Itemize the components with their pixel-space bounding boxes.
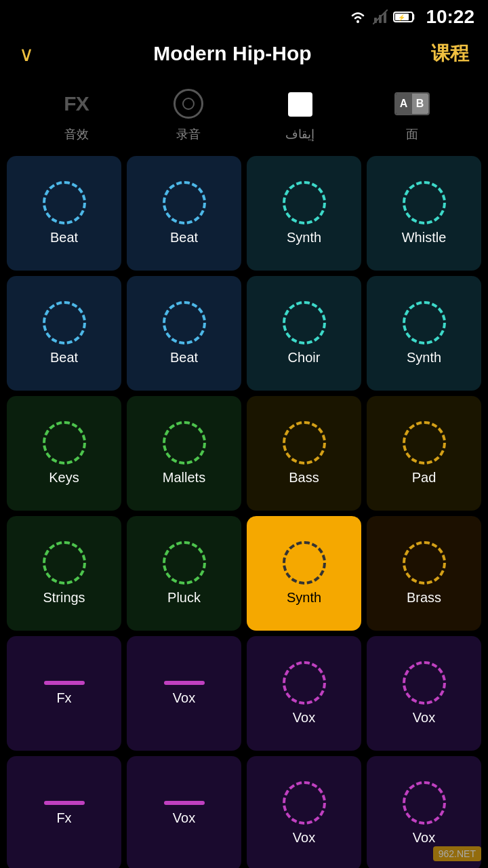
pad-r2c2[interactable]: Beat — [127, 276, 241, 391]
fx-icon-box: FX — [58, 85, 95, 122]
record-icon — [174, 89, 203, 119]
pad-icon-r2c3 — [283, 301, 326, 344]
pad-icon-r1c4 — [403, 181, 446, 224]
toolbar-record[interactable]: 录音 — [170, 85, 207, 142]
toolbar: FX 音效 录音 إيقاف A B 面 — [0, 79, 488, 156]
pad-icon-r2c4 — [403, 301, 446, 344]
pad-r1c1[interactable]: Beat — [7, 156, 121, 271]
pad-label-r5c4: Vox — [413, 710, 435, 726]
signal-icon — [373, 9, 388, 24]
pad-r1c2[interactable]: Beat — [127, 156, 241, 271]
pad-label-r6c2: Vox — [173, 810, 195, 826]
pad-icon-r5c4 — [403, 661, 446, 705]
stop-icon — [288, 92, 312, 117]
pad-r5c3[interactable]: Vox — [247, 636, 361, 751]
svg-point-0 — [357, 20, 359, 23]
pad-label-r4c1: Strings — [43, 590, 85, 606]
pad-icon-r6c2 — [164, 801, 205, 805]
pad-label-r2c3: Choir — [288, 350, 321, 366]
svg-text:⚡: ⚡ — [398, 14, 406, 22]
toolbar-fx[interactable]: FX 音效 — [58, 85, 95, 142]
pad-label-r4c2: Pluck — [167, 590, 201, 606]
pad-icon-r5c1 — [44, 681, 85, 685]
pad-icon-r3c2 — [163, 421, 206, 465]
pad-r4c3[interactable]: Synth — [247, 516, 361, 631]
pad-icon-r3c4 — [403, 421, 446, 465]
pad-r3c3[interactable]: Bass — [247, 396, 361, 511]
pad-r5c1[interactable]: Fx — [7, 636, 121, 751]
battery-icon: ⚡ — [393, 11, 416, 23]
pad-icon-r5c3 — [283, 661, 326, 705]
pad-icon-r4c2 — [163, 541, 206, 585]
pad-icon-r2c1 — [43, 301, 86, 344]
ab-label: 面 — [406, 126, 418, 142]
toolbar-stop[interactable]: إيقاف — [282, 86, 319, 142]
pad-icon-r3c1 — [43, 421, 86, 465]
pad-label-r5c3: Vox — [293, 710, 315, 726]
pad-icon-r3c3 — [283, 421, 326, 465]
wifi-icon — [348, 10, 367, 24]
record-icon-box — [170, 85, 207, 122]
pad-grid: BeatBeatSynthWhistleBeatBeatChoirSynthKe… — [0, 156, 488, 868]
pad-r5c2[interactable]: Vox — [127, 636, 241, 751]
pad-label-r1c3: Synth — [287, 230, 321, 245]
pad-label-r1c4: Whistle — [402, 230, 447, 245]
pad-icon-r6c1 — [44, 801, 85, 805]
pad-icon-r5c2 — [164, 681, 205, 685]
header: ∨ Modern Hip-Hop 课程 — [0, 34, 488, 79]
pad-label-r2c2: Beat — [170, 350, 198, 366]
pad-label-r6c4: Vox — [413, 830, 435, 846]
pad-r2c3[interactable]: Choir — [247, 276, 361, 391]
pad-icon-r2c2 — [163, 301, 206, 344]
pad-r3c4[interactable]: Pad — [367, 396, 481, 511]
pad-r6c1[interactable]: Fx — [7, 756, 121, 868]
pad-r5c4[interactable]: Vox — [367, 636, 481, 751]
ab-icon-box: A B — [394, 85, 430, 122]
pad-label-r3c2: Mallets — [163, 470, 205, 486]
pad-r3c1[interactable]: Keys — [7, 396, 121, 511]
fx-icon: FX — [64, 92, 88, 115]
pad-label-r4c3: Synth — [287, 590, 321, 606]
pad-r4c4[interactable]: Brass — [367, 516, 481, 631]
pad-label-r5c2: Vox — [173, 690, 195, 706]
pad-label-r1c1: Beat — [50, 230, 78, 245]
pad-label-r5c1: Fx — [56, 690, 71, 706]
stop-label: إيقاف — [285, 127, 314, 142]
ab-a: A — [396, 94, 412, 114]
watermark: 962.NET — [433, 846, 481, 861]
pad-label-r3c3: Bass — [289, 470, 319, 486]
pad-r6c2[interactable]: Vox — [127, 756, 241, 868]
back-button[interactable]: ∨ — [19, 42, 34, 66]
header-title: Modern Hip-Hop — [153, 42, 311, 65]
pad-label-r4c4: Brass — [407, 590, 441, 606]
pad-label-r6c3: Vox — [293, 830, 315, 846]
status-bar: ⚡ 10:22 — [0, 0, 488, 34]
pad-icon-r4c3 — [283, 541, 326, 585]
pad-icon-r4c1 — [43, 541, 86, 585]
pad-icon-r1c1 — [43, 181, 86, 224]
pad-icon-r4c4 — [403, 541, 446, 585]
pad-label-r1c2: Beat — [170, 230, 198, 245]
time-display: 10:22 — [426, 6, 474, 28]
toolbar-ab[interactable]: A B 面 — [394, 85, 430, 142]
pad-r4c2[interactable]: Pluck — [127, 516, 241, 631]
course-button[interactable]: 课程 — [431, 41, 469, 66]
pad-r6c3[interactable]: Vox — [247, 756, 361, 868]
pad-r1c3[interactable]: Synth — [247, 156, 361, 271]
stop-icon-box — [282, 86, 319, 123]
record-label: 录音 — [176, 126, 201, 142]
pad-label-r2c4: Synth — [407, 350, 441, 366]
fx-label: 音效 — [64, 126, 89, 142]
ab-b: B — [412, 94, 428, 114]
pad-icon-r6c3 — [283, 781, 326, 825]
pad-r3c2[interactable]: Mallets — [127, 396, 241, 511]
pad-r2c4[interactable]: Synth — [367, 276, 481, 391]
pad-icon-r1c3 — [283, 181, 326, 224]
pad-label-r2c1: Beat — [50, 350, 78, 366]
pad-label-r3c4: Pad — [412, 470, 436, 486]
pad-r4c1[interactable]: Strings — [7, 516, 121, 631]
pad-icon-r6c4 — [403, 781, 446, 825]
pad-r1c4[interactable]: Whistle — [367, 156, 481, 271]
pad-label-r6c1: Fx — [56, 810, 71, 826]
pad-r2c1[interactable]: Beat — [7, 276, 121, 391]
